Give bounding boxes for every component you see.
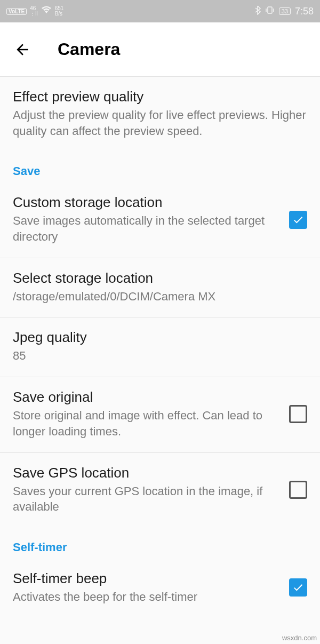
checkbox-save-gps[interactable] <box>289 481 307 499</box>
section-header-self-timer: Self-timer <box>0 528 320 559</box>
check-icon <box>292 214 304 226</box>
app-header: Camera <box>0 22 320 77</box>
page-title: Camera <box>58 39 120 59</box>
status-bar: VoLTE 46 ⋮ll 651 B/s 33 7:58 <box>0 0 320 22</box>
battery-icon: 33 <box>279 7 291 15</box>
settings-list: Effect preview quality Adjust the previe… <box>0 77 320 610</box>
vibrate-icon <box>265 6 275 17</box>
check-icon <box>292 582 304 593</box>
checkbox-save-original[interactable] <box>289 405 307 423</box>
setting-select-storage[interactable]: Select storage location /storage/emulate… <box>0 258 320 317</box>
setting-jpeg-quality[interactable]: Jpeg quality 85 <box>0 317 320 377</box>
setting-title: Jpeg quality <box>13 329 307 346</box>
setting-title: Save GPS location <box>13 465 278 481</box>
setting-desc: Saves your current GPS location in the i… <box>13 483 278 515</box>
watermark: wsxdn.com <box>282 634 317 642</box>
setting-title: Custom storage location <box>13 194 278 211</box>
setting-desc: 85 <box>13 348 307 364</box>
clock: 7:58 <box>295 6 314 17</box>
bluetooth-icon <box>254 5 261 17</box>
arrow-left-icon <box>14 41 31 58</box>
setting-desc: /storage/emulated/0/DCIM/Camera MX <box>13 289 307 305</box>
network-indicator: 46 ⋮ll <box>30 6 37 17</box>
setting-title: Effect preview quality <box>13 89 307 105</box>
setting-desc: Store original and image with effect. Ca… <box>13 408 278 439</box>
setting-effect-preview-quality[interactable]: Effect preview quality Adjust the previe… <box>0 77 320 152</box>
svg-rect-0 <box>268 7 272 13</box>
setting-self-timer-beep[interactable]: Self-timer beep Activates the beep for t… <box>0 559 320 610</box>
setting-desc: Save images automatically in the selecte… <box>13 213 278 244</box>
setting-title: Save original <box>13 389 278 406</box>
checkbox-custom-storage[interactable] <box>289 211 307 229</box>
status-left: VoLTE 46 ⋮ll 651 B/s <box>6 6 63 17</box>
wifi-icon <box>41 6 52 17</box>
status-right: 33 7:58 <box>254 5 314 17</box>
checkbox-self-timer-beep[interactable] <box>289 578 307 597</box>
setting-custom-storage[interactable]: Custom storage location Save images auto… <box>0 182 320 257</box>
setting-desc: Adjust the preview quality for live effe… <box>13 107 307 139</box>
setting-desc: Activates the beep for the self-timer <box>13 589 278 605</box>
back-button[interactable] <box>13 40 32 59</box>
setting-save-gps[interactable]: Save GPS location Saves your current GPS… <box>0 453 320 528</box>
data-rate: 651 B/s <box>55 6 64 17</box>
setting-title: Self-timer beep <box>13 570 278 587</box>
setting-title: Select storage location <box>13 270 307 287</box>
setting-save-original[interactable]: Save original Store original and image w… <box>0 377 320 452</box>
volte-badge: VoLTE <box>6 8 27 15</box>
section-header-save: Save <box>0 152 320 182</box>
